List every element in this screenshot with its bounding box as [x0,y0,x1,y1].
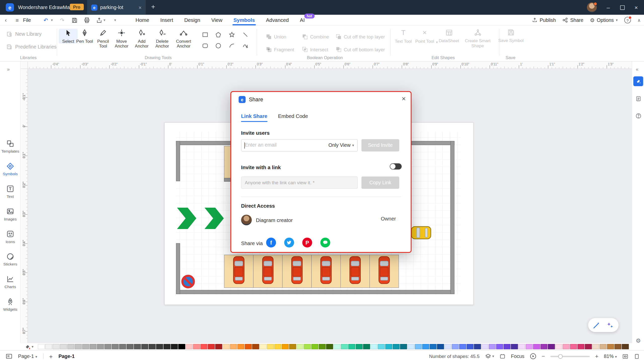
page-tab[interactable]: Page-1 [58,353,74,359]
print-icon[interactable] [84,15,90,25]
create-smart-shape-button[interactable]: Create Smart Shape [462,29,493,48]
color-swatch[interactable] [533,344,540,349]
sidebar-item-templates[interactable]: Templates [0,140,21,154]
pinterest-icon[interactable]: P [302,238,312,247]
color-swatch[interactable] [37,344,45,349]
maximize-button[interactable] [615,0,629,15]
color-swatch[interactable] [370,344,377,349]
layers-button[interactable]: ▾ [485,353,494,359]
color-swatch[interactable] [607,344,614,349]
minimize-button[interactable]: – [601,0,615,15]
share-button[interactable]: Share [562,17,583,23]
tab-link-share[interactable]: Link Share [241,113,267,122]
zoom-level[interactable]: 81% ▾ [604,353,617,359]
color-swatch[interactable] [281,344,289,349]
publish-button[interactable]: Publish [532,17,556,23]
combine-button[interactable]: Combine [302,30,336,43]
color-swatch[interactable] [237,344,244,349]
color-swatch[interactable] [74,344,82,349]
notes-panel-button[interactable] [633,94,643,103]
color-swatch[interactable] [111,344,118,349]
color-swatch[interactable] [429,344,436,349]
tab-close-icon[interactable]: × [139,4,142,10]
color-swatch[interactable] [267,344,274,349]
sidebar-item-widgets[interactable]: Widgets [0,298,21,312]
color-swatch[interactable] [378,344,385,349]
fit-screen-icon[interactable] [622,353,628,359]
export-caret-icon[interactable]: ▾ [103,15,105,25]
zoom-in-button[interactable]: + [595,353,598,359]
point-tool-button[interactable]: × Point Tool ▾ [414,29,435,43]
color-swatch[interactable] [526,344,533,349]
send-invite-button[interactable]: Send Invite [361,139,399,151]
pro-badge[interactable]: Pro [70,4,84,10]
red-car[interactable] [292,256,302,284]
color-swatch[interactable] [252,344,259,349]
color-swatch[interactable] [555,344,562,349]
fill-color-caret-icon[interactable]: ▾ [32,345,33,349]
color-swatch[interactable] [259,344,266,349]
close-button[interactable]: × [629,0,643,15]
color-swatch[interactable] [385,344,392,349]
color-swatch[interactable] [119,344,126,349]
permission-dropdown[interactable]: Only View▾ [329,140,354,151]
color-swatch[interactable] [622,344,629,349]
color-swatch[interactable] [171,344,178,349]
color-swatch[interactable] [481,344,488,349]
color-swatch[interactable] [518,344,525,349]
red-car[interactable] [233,256,244,284]
color-swatch[interactable] [511,344,518,349]
add-anchor-tool[interactable]: Add Anchor [132,29,151,49]
color-swatch[interactable] [474,344,481,349]
union-button[interactable]: Union [266,30,302,43]
undo-caret-icon[interactable]: ▾ [51,15,53,25]
help-button[interactable]: ? [624,17,631,23]
color-swatch[interactable] [562,344,570,349]
play-icon[interactable] [530,353,536,359]
zoom-out-button[interactable]: − [542,353,545,359]
color-swatch[interactable] [134,344,141,349]
invite-link-toggle[interactable] [390,163,401,169]
color-swatch[interactable] [200,344,207,349]
focus-button[interactable]: Focus [511,353,524,359]
line-icon[interactable] [320,238,330,247]
color-swatch[interactable] [311,344,318,349]
color-swatch[interactable] [185,344,192,349]
tab-design[interactable]: Design [184,15,200,25]
format-panel-button[interactable] [633,76,643,86]
select-tool[interactable]: Select [59,29,77,43]
color-swatch[interactable] [355,344,363,349]
color-swatch[interactable] [274,344,281,349]
sidebar-item-text[interactable]: Text [0,185,21,199]
cut-top-layer-button[interactable]: Cut off the top layer [336,30,402,43]
dialog-close-icon[interactable]: × [402,95,406,103]
color-swatch[interactable] [540,344,547,349]
color-swatch[interactable] [592,344,599,349]
datasheet-button[interactable]: DataSheet [436,29,462,43]
rectangle-shape-button[interactable] [200,30,210,39]
red-car[interactable] [321,256,331,284]
presentation-frame-icon[interactable] [499,353,505,359]
color-swatch[interactable] [444,344,451,349]
redo-icon[interactable]: ↷ [60,15,64,25]
magic-wand-icon[interactable] [593,321,600,329]
color-swatch[interactable] [614,344,621,349]
tab-view[interactable]: View [211,15,222,25]
color-swatch[interactable] [126,344,133,349]
rounded-rectangle-shape-button[interactable] [200,41,210,51]
convert-anchor-tool[interactable]: Convert Anchor [174,29,193,49]
color-swatch[interactable] [45,344,52,349]
intersect-button[interactable]: Intersect [302,43,336,56]
zoom-slider-knob[interactable] [558,354,563,358]
tab-home[interactable]: Home [136,15,149,25]
sidebar-item-stickers[interactable]: Stickers [0,252,21,266]
color-swatch[interactable] [215,344,222,349]
tab-insert[interactable]: Insert [160,15,173,25]
polygon-shape-button[interactable] [213,30,223,39]
fragment-button[interactable]: Fragment [266,43,302,56]
copy-link-button[interactable]: Copy Link [361,176,399,189]
fill-color-tool[interactable]: ▾ [25,344,33,350]
color-swatch[interactable] [141,344,148,349]
color-swatch[interactable] [60,344,67,349]
options-button[interactable]: ⚙ Options ▾ [590,17,618,23]
